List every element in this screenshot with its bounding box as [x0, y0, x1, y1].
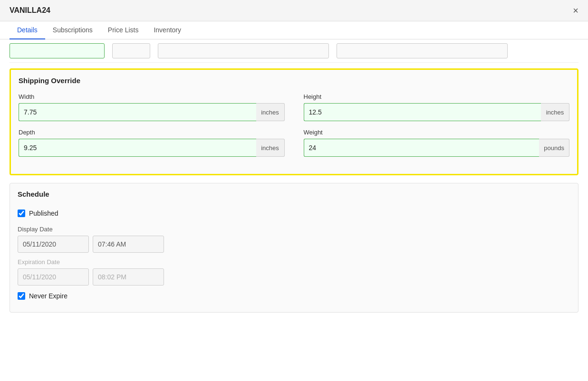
display-time-input[interactable] — [93, 236, 164, 253]
never-expire-label[interactable]: Never Expire — [29, 292, 67, 300]
expiration-date-label: Expiration Date — [18, 258, 570, 266]
close-button[interactable]: × — [573, 6, 578, 15]
width-input[interactable] — [19, 103, 256, 121]
partial-box-1 — [112, 43, 150, 58]
height-field-group: Height inches — [304, 93, 570, 121]
expiration-date-input[interactable] — [18, 268, 89, 286]
display-date-input[interactable] — [18, 236, 89, 253]
depth-input-wrap: inches — [19, 139, 285, 157]
width-label: Width — [19, 93, 285, 100]
height-input[interactable] — [304, 103, 541, 121]
tab-inventory[interactable]: Inventory — [146, 21, 189, 39]
published-label[interactable]: Published — [29, 210, 58, 217]
top-partial-row — [10, 39, 578, 63]
schedule-body: Published Display Date Expiration Date N… — [10, 203, 578, 312]
shipping-row-2: Depth inches Weight pounds — [19, 129, 569, 157]
published-row: Published — [18, 207, 570, 220]
height-input-wrap: inches — [304, 103, 570, 121]
published-checkbox[interactable] — [18, 210, 25, 217]
height-unit: inches — [541, 103, 569, 121]
shipping-row-1: Width inches Height inches — [19, 93, 569, 121]
schedule-section: Schedule Published Display Date Expirati… — [10, 183, 578, 313]
depth-input[interactable] — [19, 139, 256, 157]
width-input-wrap: inches — [19, 103, 285, 121]
depth-field-group: Depth inches — [19, 129, 285, 157]
partial-input-1 — [10, 43, 105, 58]
tab-subscriptions[interactable]: Subscriptions — [45, 21, 100, 39]
main-content: Shipping Override Width inches Height in… — [0, 39, 588, 322]
tab-bar: Details Subscriptions Price Lists Invent… — [0, 21, 588, 39]
depth-label: Depth — [19, 129, 285, 136]
tab-price-lists[interactable]: Price Lists — [100, 21, 146, 39]
weight-label: Weight — [304, 129, 570, 136]
dialog-title: VANILLA24 — [10, 6, 50, 15]
never-expire-checkbox[interactable] — [18, 292, 25, 300]
schedule-title: Schedule — [10, 183, 578, 203]
display-date-label: Display Date — [18, 226, 570, 233]
width-field-group: Width inches — [19, 93, 285, 121]
weight-input[interactable] — [304, 139, 540, 157]
weight-field-group: Weight pounds — [304, 129, 570, 157]
partial-box-2 — [158, 43, 329, 58]
tab-details[interactable]: Details — [10, 21, 45, 39]
weight-unit: pounds — [539, 139, 569, 157]
title-bar: VANILLA24 × — [0, 0, 588, 21]
shipping-override-body: Width inches Height inches D — [11, 89, 577, 174]
shipping-override-section: Shipping Override Width inches Height in… — [10, 68, 578, 175]
expiration-time-input[interactable] — [93, 268, 164, 286]
never-expire-row: Never Expire — [18, 289, 570, 303]
partial-box-3 — [337, 43, 508, 58]
width-unit: inches — [256, 103, 285, 121]
shipping-override-title: Shipping Override — [11, 70, 577, 89]
depth-unit: inches — [256, 139, 285, 157]
expiration-date-row — [18, 268, 570, 286]
weight-input-wrap: pounds — [304, 139, 570, 157]
display-date-row — [18, 236, 570, 253]
height-label: Height — [304, 93, 570, 100]
